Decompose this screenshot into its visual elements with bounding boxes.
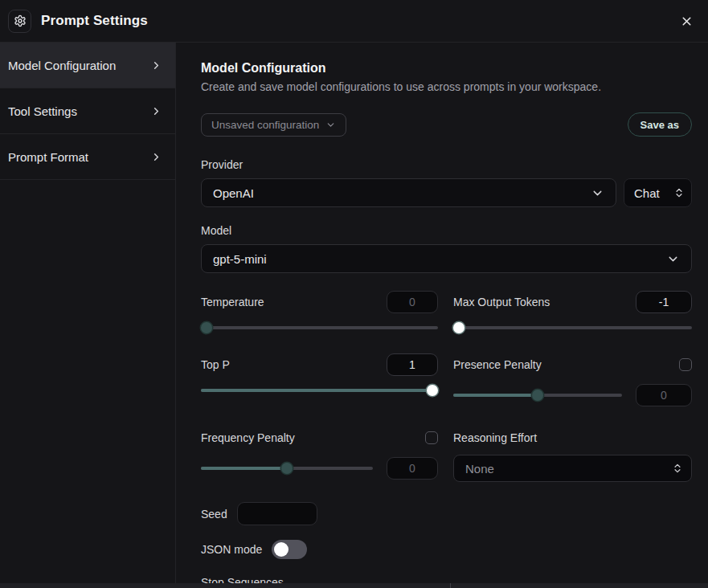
frequency-penalty-checkbox[interactable] (425, 431, 438, 444)
close-button[interactable] (677, 11, 697, 31)
chevrons-up-down-icon (672, 463, 683, 474)
presence-penalty-field: Presence Penalty (453, 353, 692, 406)
save-as-button[interactable]: Save as (628, 112, 692, 137)
chevron-down-icon (591, 186, 604, 200)
chevron-right-icon (150, 59, 162, 71)
temperature-slider[interactable] (201, 321, 438, 333)
presence-penalty-input[interactable] (636, 384, 692, 406)
seed-label: Seed (201, 508, 227, 521)
max-output-tokens-label: Max Output Tokens (453, 296, 550, 308)
seed-input[interactable] (237, 502, 317, 525)
reasoning-effort-label: Reasoning Effort (453, 431, 537, 444)
top-p-slider-handle[interactable] (427, 385, 438, 396)
settings-gear-button[interactable] (8, 10, 31, 33)
presence-penalty-label: Presence Penalty (453, 358, 542, 371)
sidebar-item-model-configuration[interactable]: Model Configuration (0, 43, 175, 88)
model-label: Model (201, 224, 692, 237)
model-configuration-panel: Model Configuration Create and save mode… (176, 43, 708, 583)
model-value: gpt-5-mini (213, 252, 267, 266)
chevron-down-icon (325, 120, 336, 130)
json-mode-label: JSON mode (201, 543, 262, 556)
panel-title: Model Configuration (201, 61, 692, 76)
background-app-strip (0, 583, 708, 588)
presence-penalty-slider[interactable] (453, 390, 622, 402)
sidebar-item-label: Model Configuration (8, 59, 116, 72)
max-output-tokens-slider-handle[interactable] (453, 322, 464, 333)
json-mode-toggle[interactable] (272, 540, 307, 559)
dialog-title: Prompt Settings (41, 13, 148, 29)
max-output-tokens-slider[interactable] (453, 321, 692, 333)
sidebar-item-tool-settings[interactable]: Tool Settings (0, 88, 175, 134)
sidebar-item-prompt-format[interactable]: Prompt Format (0, 134, 175, 180)
provider-label: Provider (201, 158, 692, 171)
temperature-label: Temperature (201, 296, 264, 308)
mode-select[interactable]: Chat (624, 178, 692, 207)
reasoning-effort-value: None (465, 462, 494, 476)
chevron-right-icon (150, 105, 162, 117)
sidebar-item-label: Tool Settings (8, 104, 77, 118)
frequency-penalty-input[interactable] (387, 457, 438, 480)
temperature-field: Temperature (201, 291, 438, 333)
top-p-field: Top P (201, 353, 438, 406)
frequency-penalty-slider-handle[interactable] (281, 463, 293, 474)
presence-penalty-checkbox[interactable] (679, 358, 692, 371)
temperature-input[interactable] (387, 291, 438, 313)
frequency-penalty-slider[interactable] (201, 463, 373, 475)
panel-subtitle: Create and save model configurations to … (201, 80, 692, 93)
temperature-slider-handle[interactable] (201, 322, 212, 333)
close-icon (680, 14, 694, 28)
configuration-dropdown-value: Unsaved configuration (211, 119, 319, 131)
toggle-knob (274, 542, 289, 557)
settings-sidebar: Model Configuration Tool Settings Prompt… (0, 43, 176, 583)
top-p-slider[interactable] (201, 384, 438, 396)
chevron-right-icon (150, 151, 162, 163)
chevrons-up-down-icon (673, 187, 685, 198)
max-output-tokens-input[interactable] (636, 291, 692, 313)
provider-select[interactable]: OpenAI (201, 178, 616, 207)
mode-value: Chat (634, 186, 660, 200)
sidebar-item-label: Prompt Format (8, 150, 88, 164)
max-output-tokens-field: Max Output Tokens (453, 291, 692, 333)
presence-penalty-slider-handle[interactable] (532, 390, 543, 401)
top-p-label: Top P (201, 358, 230, 371)
provider-value: OpenAI (213, 186, 254, 200)
stop-sequences-label: Stop Sequences (201, 576, 692, 583)
frequency-penalty-label: Frequency Penalty (201, 431, 295, 444)
gear-icon (14, 14, 27, 27)
dialog-header: Prompt Settings (0, 0, 708, 43)
frequency-penalty-field: Frequency Penalty (201, 427, 438, 482)
background-pane-divider (450, 583, 451, 588)
chevron-down-icon (666, 252, 680, 266)
model-select[interactable]: gpt-5-mini (201, 244, 692, 273)
prompt-settings-dialog: Prompt Settings Model Configuration Tool… (0, 0, 708, 588)
reasoning-effort-field: Reasoning Effort None (453, 427, 692, 482)
reasoning-effort-select[interactable]: None (453, 455, 692, 482)
configuration-dropdown[interactable]: Unsaved configuration (201, 113, 346, 137)
top-p-input[interactable] (387, 353, 438, 376)
